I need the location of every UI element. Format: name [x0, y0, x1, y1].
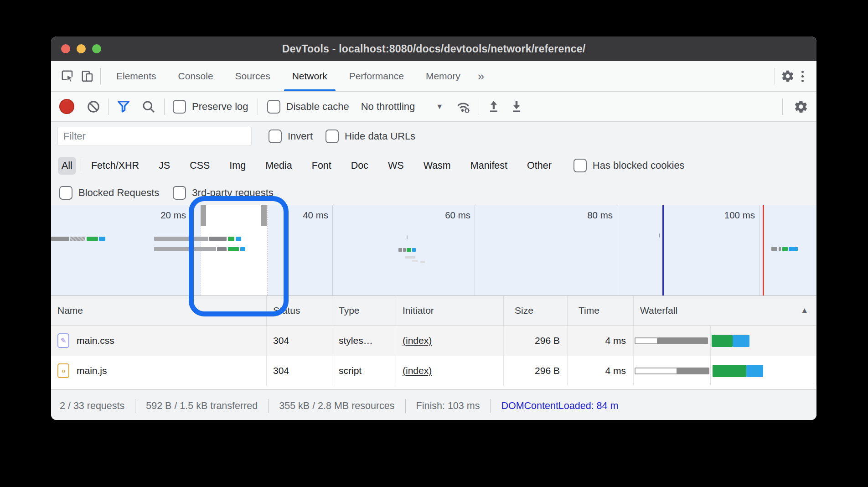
invert-checkbox[interactable] — [269, 130, 282, 143]
sort-asc-icon[interactable]: ▲ — [801, 306, 816, 315]
filter-input[interactable] — [58, 127, 251, 145]
third-party-requests-checkbox[interactable] — [173, 186, 186, 200]
divider — [108, 98, 108, 115]
request-waterfall-cell[interactable] — [634, 356, 816, 386]
preserve-log-checkbox-group[interactable]: Preserve log — [173, 100, 248, 114]
filter-chip-fetch-xhr[interactable]: Fetch/XHR — [88, 157, 143, 175]
divider — [258, 98, 258, 115]
hide-data-urls-checkbox[interactable] — [326, 130, 339, 143]
has-blocked-cookies-checkbox-group[interactable]: Has blocked cookies — [574, 159, 685, 172]
divider — [490, 399, 491, 413]
filter-chip-doc[interactable]: Doc — [347, 157, 372, 175]
hide-data-urls-checkbox-group[interactable]: Hide data URLs — [326, 130, 415, 143]
load-event-line — [763, 205, 764, 295]
column-header-size[interactable]: Size — [504, 296, 568, 325]
minimize-window-button[interactable] — [77, 44, 86, 53]
overview-bar — [70, 237, 85, 241]
dom-content-loaded-time: DOMContentLoaded: 84 m — [501, 400, 618, 412]
maximize-window-button[interactable] — [92, 44, 101, 53]
overview-bar — [782, 247, 788, 251]
devtools-window: DevTools - localhost:8080/docs/devtools/… — [51, 36, 816, 420]
clear-network-log-icon[interactable] — [86, 99, 101, 114]
throttling-select[interactable]: No throttling — [361, 101, 415, 113]
gridline-80ms — [617, 205, 617, 295]
column-header-status[interactable]: Status — [267, 296, 332, 325]
disable-cache-checkbox[interactable] — [267, 100, 280, 114]
tab-console[interactable]: Console — [167, 61, 224, 91]
waterfall-queueing-bar — [635, 368, 677, 374]
divider — [81, 159, 81, 172]
more-filters-row: Blocked Requests 3rd-party requests — [51, 180, 816, 205]
column-header-type[interactable]: Type — [332, 296, 396, 325]
third-party-requests-checkbox-group[interactable]: 3rd-party requests — [173, 186, 274, 200]
filter-chip-ws[interactable]: WS — [384, 157, 408, 175]
request-time-cell: 4 ms — [568, 326, 634, 356]
filter-chip-all[interactable]: All — [58, 157, 76, 175]
hide-data-urls-label: Hide data URLs — [345, 130, 415, 142]
disable-cache-checkbox-group[interactable]: Disable cache — [267, 100, 349, 114]
column-header-name[interactable]: Name — [51, 296, 267, 325]
table-row[interactable]: ‹› main.js 304 script (index) 296 B 4 ms — [51, 356, 816, 386]
close-window-button[interactable] — [61, 44, 70, 53]
invert-checkbox-group[interactable]: Invert — [269, 130, 313, 143]
network-settings-gear-icon[interactable] — [794, 99, 808, 114]
request-name-cell[interactable]: ‹› main.js — [51, 356, 267, 386]
active-tab-indicator — [284, 89, 336, 91]
window-title: DevTools - localhost:8080/docs/devtools/… — [51, 43, 816, 55]
tab-memory[interactable]: Memory — [415, 61, 471, 91]
disable-cache-label: Disable cache — [286, 101, 349, 113]
selection-left-handle[interactable] — [201, 205, 206, 226]
initiator-link[interactable]: (index) — [403, 365, 432, 376]
divider — [479, 98, 479, 115]
filter-chip-media[interactable]: Media — [262, 157, 296, 175]
initiator-link[interactable]: (index) — [403, 335, 432, 346]
export-har-icon[interactable] — [509, 99, 524, 114]
more-tabs-icon[interactable]: » — [471, 69, 491, 83]
search-icon[interactable] — [141, 99, 156, 114]
blocked-requests-checkbox[interactable] — [59, 186, 72, 200]
filter-chip-font[interactable]: Font — [308, 157, 335, 175]
record-network-log-button[interactable] — [59, 99, 74, 114]
filter-chip-manifest[interactable]: Manifest — [467, 157, 511, 175]
has-blocked-cookies-checkbox[interactable] — [574, 159, 587, 172]
tab-elements[interactable]: Elements — [105, 61, 167, 91]
table-row[interactable]: ✎ main.css 304 styles… (index) 296 B 4 m… — [51, 326, 816, 356]
column-header-time[interactable]: Time — [568, 296, 634, 325]
dropdown-caret-icon[interactable]: ▼ — [436, 103, 443, 111]
network-overview-timeline[interactable]: 20 ms 40 ms 60 ms 80 ms 100 ms — [51, 205, 816, 296]
script-file-icon: ‹› — [57, 363, 69, 378]
overview-bar-faint — [420, 261, 425, 263]
request-waterfall-cell[interactable] — [634, 326, 816, 356]
waterfall-queueing-bar — [635, 337, 658, 344]
filter-funnel-icon[interactable] — [116, 99, 131, 114]
preserve-log-checkbox[interactable] — [173, 100, 186, 114]
blocked-requests-checkbox-group[interactable]: Blocked Requests — [59, 186, 159, 200]
filter-chip-wasm[interactable]: Wasm — [420, 157, 455, 175]
filter-chip-css[interactable]: CSS — [186, 157, 213, 175]
tab-performance[interactable]: Performance — [338, 61, 415, 91]
tab-sources[interactable]: Sources — [224, 61, 281, 91]
filter-chip-img[interactable]: Img — [226, 157, 249, 175]
tick-label-60ms: 60 ms — [445, 210, 470, 221]
title-bar[interactable]: DevTools - localhost:8080/docs/devtools/… — [51, 36, 816, 61]
finish-time: Finish: 103 ms — [416, 400, 480, 412]
column-header-waterfall[interactable]: Waterfall ▲ — [634, 296, 816, 325]
import-har-icon[interactable] — [486, 99, 501, 114]
request-name-cell[interactable]: ✎ main.css — [51, 326, 267, 356]
overview-bar-faint — [405, 256, 415, 259]
resources-size: 355 kB / 2.8 MB resources — [279, 400, 394, 412]
network-conditions-icon[interactable] — [455, 98, 471, 115]
filter-chip-other[interactable]: Other — [523, 157, 555, 175]
kebab-menu-icon[interactable] — [796, 68, 809, 85]
waterfall-stalled-bar — [677, 368, 709, 374]
table-empty-space — [51, 386, 816, 389]
settings-gear-icon[interactable] — [780, 68, 796, 84]
inspect-element-icon[interactable] — [59, 68, 76, 84]
column-header-initiator[interactable]: Initiator — [396, 296, 504, 325]
filter-chip-js[interactable]: JS — [155, 157, 174, 175]
tab-network[interactable]: Network — [281, 61, 338, 91]
request-initiator-cell[interactable]: (index) — [396, 356, 504, 386]
request-initiator-cell[interactable]: (index) — [396, 326, 504, 356]
device-toolbar-icon[interactable] — [79, 68, 96, 84]
selection-right-handle[interactable] — [261, 205, 267, 226]
